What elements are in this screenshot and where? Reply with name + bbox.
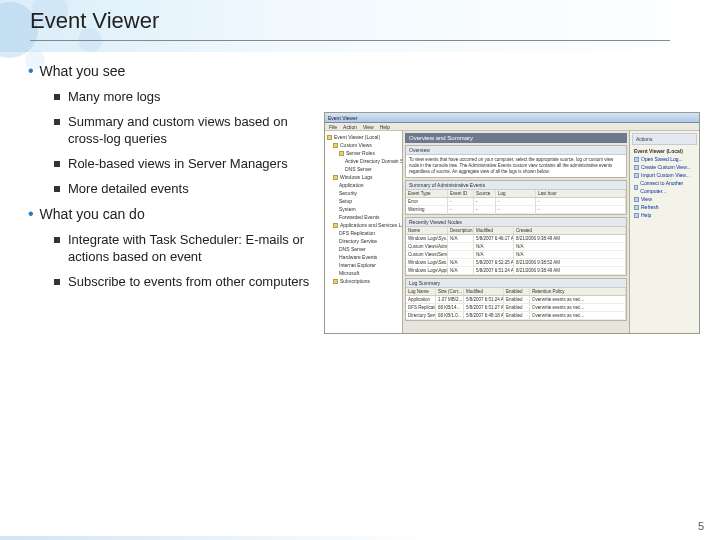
tree-node[interactable]: Application (327, 182, 400, 189)
overview-text: To view events that have occurred on you… (406, 155, 626, 177)
logsum-section: Log Summary Log Name Size (Curr... Modif… (405, 278, 627, 321)
section-heading-see: • What you see (26, 62, 316, 80)
folder-icon (327, 135, 332, 140)
nav-tree[interactable]: Event Viewer (Local) Custom Views Server… (325, 131, 403, 333)
section-heading-text: What you can do (40, 205, 145, 223)
menu-view[interactable]: View (363, 124, 374, 130)
tree-node[interactable]: Active Directory Domain Services (327, 158, 400, 165)
tree-node[interactable]: DFS Replication (327, 230, 400, 237)
view-icon (634, 165, 639, 170)
table-row[interactable]: Directory Service68 KB/1.0...5/8/2007 6:… (406, 312, 626, 320)
tree-node[interactable]: Security (327, 190, 400, 197)
list-item-text: Subscribe to events from other computers (68, 273, 309, 290)
table-row[interactable]: Error---- (406, 198, 626, 206)
tree-node[interactable]: Directory Service (327, 238, 400, 245)
square-bullet (54, 161, 60, 167)
bullet-dot: • (28, 62, 34, 80)
table-row[interactable]: Custom Views\Admin...N/AN/A (406, 243, 626, 251)
folder-icon (333, 175, 338, 180)
table-row[interactable]: DFS Replication68 KB/14...5/8/2007 6:51:… (406, 304, 626, 312)
refresh-icon (634, 205, 639, 210)
tree-node[interactable]: Microsoft (327, 270, 400, 277)
slide-title: Event Viewer (30, 8, 159, 34)
logsum-table-head: Log Name Size (Curr... Modified Enabled … (406, 288, 626, 296)
folder-icon (339, 151, 344, 156)
main-panel: Overview and Summary Overview To view ev… (403, 131, 629, 333)
summary-table-head: Event Type Event ID Source Log Last hour (406, 190, 626, 198)
action-view[interactable]: View (632, 195, 697, 203)
section-heading-do: • What you can do (26, 205, 316, 223)
slide-body: • What you see Many more logs Summary an… (26, 62, 316, 298)
folder-icon (333, 223, 338, 228)
menubar[interactable]: File Action View Help (325, 123, 699, 131)
list-item: Summary and custom views based on cross-… (54, 113, 316, 147)
list-item: Integrate with Task Scheduler: E-mails o… (54, 231, 316, 265)
menu-file[interactable]: File (329, 124, 337, 130)
tree-node[interactable]: Server Roles (327, 150, 400, 157)
folder-icon (333, 143, 338, 148)
table-row[interactable]: Windows Logs\Sys...N/A5/8/2007 6:46:17 A… (406, 235, 626, 243)
tree-node[interactable]: Custom Views (327, 142, 400, 149)
import-icon (634, 173, 639, 178)
list-item: More detailed events (54, 180, 316, 197)
tree-node[interactable]: System (327, 206, 400, 213)
table-row[interactable]: Windows Logs\SetupN/A5/8/2007 6:52:25 AM… (406, 259, 626, 267)
square-bullet (54, 237, 60, 243)
help-icon (634, 213, 639, 218)
list-item: Subscribe to events from other computers (54, 273, 316, 290)
square-bullet (54, 94, 60, 100)
action-help[interactable]: Help (632, 211, 697, 219)
list-item-text: Many more logs (68, 88, 160, 105)
footer-decoration (0, 536, 720, 540)
tree-node[interactable]: Forwarded Events (327, 214, 400, 221)
actions-panel: Actions Event Viewer (Local) Open Saved … (629, 131, 699, 333)
summary-head[interactable]: Summary of Administrative Events (406, 181, 626, 190)
square-bullet (54, 119, 60, 125)
list-item-text: Integrate with Task Scheduler: E-mails o… (68, 231, 316, 265)
table-row[interactable]: Windows Logs\Applic...N/A5/8/2007 6:51:2… (406, 267, 626, 275)
summary-section: Summary of Administrative Events Event T… (405, 180, 627, 215)
event-viewer-window: Event Viewer File Action View Help Event… (324, 112, 700, 334)
recent-head[interactable]: Recently Viewed Nodes (406, 218, 626, 227)
actions-subhead: Event Viewer (Local) (632, 147, 697, 155)
window-titlebar[interactable]: Event Viewer (325, 113, 699, 123)
action-connect-computer[interactable]: Connect to Another Computer... (632, 179, 697, 195)
square-bullet (54, 279, 60, 285)
tree-node[interactable]: Subscriptions (327, 278, 400, 285)
log-icon (634, 157, 639, 162)
tree-node[interactable]: Windows Logs (327, 174, 400, 181)
window-title: Event Viewer (328, 115, 357, 121)
overview-section: Overview To view events that have occurr… (405, 145, 627, 178)
list-item-text: Role-based views in Server Managers (68, 155, 288, 172)
action-open-saved-log[interactable]: Open Saved Log... (632, 155, 697, 163)
tree-node[interactable]: Internet Explorer (327, 262, 400, 269)
list-item: Many more logs (54, 88, 316, 105)
tree-node[interactable]: Hardware Events (327, 254, 400, 261)
overview-head[interactable]: Overview (406, 146, 626, 155)
tree-node[interactable]: DNS Server (327, 246, 400, 253)
folder-icon (333, 279, 338, 284)
menu-help[interactable]: Help (380, 124, 390, 130)
logsum-head[interactable]: Log Summary (406, 279, 626, 288)
tree-node[interactable]: Setup (327, 198, 400, 205)
actions-head: Actions (632, 133, 697, 145)
tree-node[interactable]: Event Viewer (Local) (327, 134, 400, 141)
table-row[interactable]: Application1.07 MB/2...5/8/2007 6:51:24 … (406, 296, 626, 304)
action-import-custom-view[interactable]: Import Custom View... (632, 171, 697, 179)
action-refresh[interactable]: Refresh (632, 203, 697, 211)
page-number: 5 (698, 520, 704, 532)
recent-section: Recently Viewed Nodes Name Description M… (405, 217, 627, 276)
chevron-right-icon (634, 197, 639, 202)
tree-node[interactable]: Applications and Services Logs (327, 222, 400, 229)
table-row[interactable]: Custom Views\Server Ro...N/AN/A (406, 251, 626, 259)
section-heading-text: What you see (40, 62, 126, 80)
action-create-custom-view[interactable]: Create Custom View... (632, 163, 697, 171)
computer-icon (634, 185, 638, 190)
list-item-text: More detailed events (68, 180, 189, 197)
square-bullet (54, 186, 60, 192)
table-row[interactable]: Warning---- (406, 206, 626, 214)
recent-table-head: Name Description Modified Created (406, 227, 626, 235)
list-item: Role-based views in Server Managers (54, 155, 316, 172)
tree-node[interactable]: DNS Server (327, 166, 400, 173)
menu-action[interactable]: Action (343, 124, 357, 130)
